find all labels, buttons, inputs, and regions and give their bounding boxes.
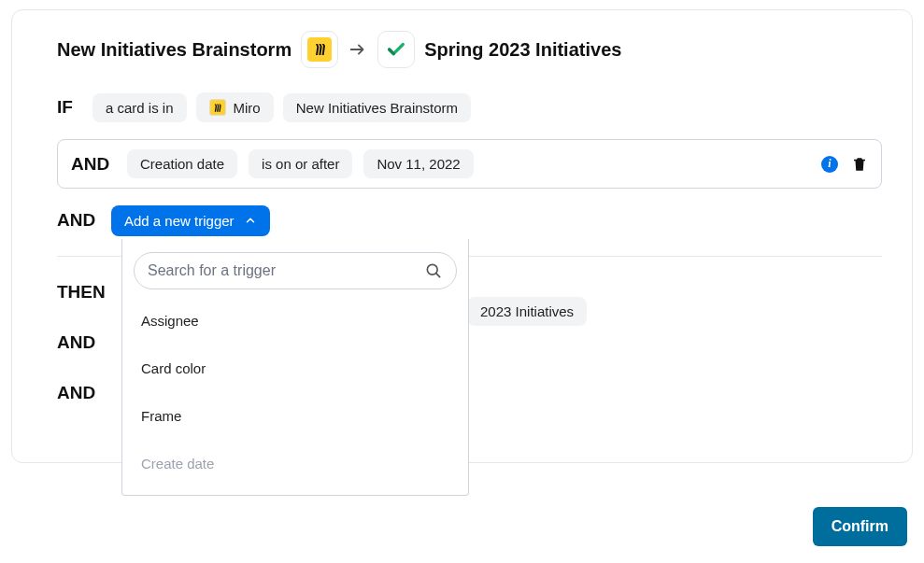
menu-item-frame[interactable]: Frame: [122, 392, 468, 440]
value-pill[interactable]: Nov 11, 2022: [363, 149, 473, 178]
board-pill[interactable]: New Initiatives Brainstorm: [283, 93, 471, 122]
and-row-2: AND Add a new trigger: [57, 202, 882, 239]
if-keyword: IF: [57, 97, 79, 118]
trigger-dropdown: Assignee Card color Frame Create date: [121, 239, 469, 496]
confirm-button[interactable]: Confirm: [813, 507, 907, 546]
row-actions: i: [821, 156, 868, 173]
miro-icon: [301, 31, 338, 68]
condition-pill[interactable]: a card is in: [92, 93, 187, 122]
operator-pill[interactable]: is on or after: [249, 149, 352, 178]
trash-icon[interactable]: [851, 156, 868, 173]
field-pill[interactable]: Creation date: [127, 149, 237, 178]
menu-item-assignee[interactable]: Assignee: [122, 297, 468, 345]
app-pill-label: Miro: [234, 100, 261, 116]
then-keyword: THEN: [57, 282, 109, 303]
add-trigger-button[interactable]: Add a new trigger: [111, 205, 270, 236]
info-icon[interactable]: i: [821, 156, 838, 173]
app-pill[interactable]: Miro: [196, 92, 274, 122]
search-wrap: [134, 252, 457, 289]
and-keyword: AND: [57, 383, 102, 403]
source-title: New Initiatives Brainstorm: [57, 39, 291, 61]
and-keyword: AND: [57, 210, 102, 231]
menu-item-create-date[interactable]: Create date: [122, 440, 468, 487]
and-keyword: AND: [57, 332, 102, 353]
and-row-1: AND Creation date is on or after Nov 11,…: [57, 139, 882, 189]
rule-header: New Initiatives Brainstorm Spring 2023 I…: [57, 31, 882, 68]
destination-app-icon: [377, 31, 415, 68]
arrow-right-icon: [348, 39, 368, 60]
dest-board-pill-peek[interactable]: 2023 Initiatives: [467, 297, 587, 326]
and-keyword: AND: [71, 154, 116, 175]
search-input[interactable]: [148, 262, 424, 279]
dest-title: Spring 2023 Initiatives: [424, 39, 621, 61]
menu-item-card-color[interactable]: Card color: [122, 345, 468, 392]
if-row: IF a card is in Miro New Initiatives Bra…: [57, 89, 882, 126]
add-trigger-label: Add a new trigger: [124, 213, 235, 229]
search-icon: [424, 261, 443, 280]
miro-icon: [209, 99, 226, 116]
chevron-up-icon: [244, 214, 257, 227]
